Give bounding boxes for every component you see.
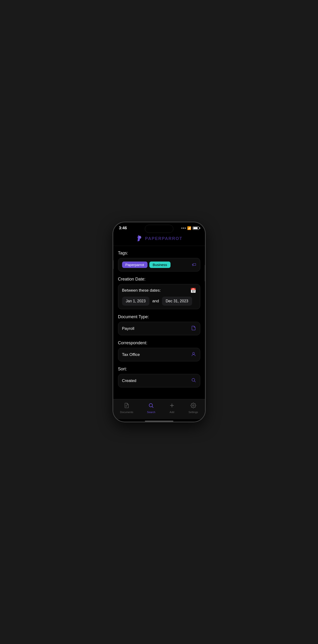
- document-type-label: Document Type:: [118, 314, 200, 320]
- app-logo: PAPERPARROT: [136, 235, 182, 242]
- date-range-row: Jan 1, 2023 and Dec 31, 2023: [122, 297, 196, 306]
- sort-row: Created: [122, 378, 196, 384]
- tags-field-container[interactable]: Paperparrot Business 🏷: [118, 258, 200, 272]
- svg-point-1: [140, 237, 140, 237]
- sort-value: Created: [122, 378, 136, 383]
- sort-search-icon: [191, 378, 196, 384]
- wifi-icon: 📶: [187, 226, 191, 230]
- correspondent-field-container[interactable]: Tax Office: [118, 348, 200, 361]
- dot3: [185, 228, 186, 228]
- correspondent-label: Correspondent:: [118, 340, 200, 346]
- battery-fill: [193, 227, 198, 229]
- correspondent-row: Tax Office: [122, 352, 196, 358]
- phone-screen: 3:46 📶: [113, 222, 205, 422]
- tag-manage-icon[interactable]: 🏷: [192, 262, 196, 267]
- side-button-volume: [113, 260, 113, 269]
- document-type-value: Payroll: [122, 326, 134, 331]
- add-nav-label: Add: [170, 411, 174, 414]
- phone-frame: 3:46 📶: [113, 222, 205, 422]
- add-icon: [169, 402, 175, 410]
- calendar-icon[interactable]: 📅: [190, 288, 196, 293]
- status-time: 3:46: [119, 226, 127, 230]
- tags-label: Tags:: [118, 251, 200, 256]
- and-text: and: [152, 299, 159, 304]
- creation-date-label: Creation Date:: [118, 277, 200, 282]
- status-icons: 📶: [182, 226, 199, 230]
- date-end[interactable]: Dec 31, 2023: [162, 297, 192, 306]
- nav-item-search[interactable]: Search: [143, 402, 159, 414]
- settings-icon: [191, 402, 196, 410]
- dot2: [183, 228, 184, 228]
- app-name-text: PAPERPARROT: [145, 236, 182, 241]
- creation-date-field-container[interactable]: Between these dates: 📅 Jan 1, 2023 and D…: [118, 284, 200, 309]
- nav-item-documents[interactable]: Documents: [116, 402, 137, 414]
- date-header-row: Between these dates: 📅: [122, 288, 196, 293]
- side-button-power: [205, 265, 205, 281]
- correspondent-person-icon: [191, 352, 196, 358]
- signal-dots: [182, 228, 186, 228]
- nav-item-settings[interactable]: Settings: [185, 402, 202, 414]
- correspondent-value: Tax Office: [122, 352, 140, 357]
- main-content: Tags: Paperparrot Business 🏷 Creation Da…: [113, 246, 205, 399]
- dot1: [182, 228, 182, 228]
- document-type-field-container[interactable]: Payroll: [118, 322, 200, 335]
- dynamic-island: [145, 225, 173, 233]
- status-bar: 3:46 📶: [113, 222, 205, 232]
- tags-row: Paperparrot Business 🏷: [122, 262, 196, 268]
- search-nav-label: Search: [147, 411, 155, 414]
- parrot-logo-icon: [136, 235, 143, 242]
- sort-label: Sort:: [118, 366, 200, 372]
- document-type-row: Payroll: [122, 325, 196, 332]
- battery-icon: [193, 226, 199, 230]
- documents-nav-label: Documents: [120, 411, 133, 414]
- home-indicator: [145, 421, 173, 422]
- sort-field-container[interactable]: Created: [118, 374, 200, 388]
- svg-point-5: [193, 405, 194, 406]
- between-dates-text: Between these dates:: [122, 288, 161, 293]
- svg-point-2: [193, 352, 195, 354]
- bottom-nav: Documents Search Add: [113, 399, 205, 419]
- tag-business[interactable]: Business: [149, 262, 171, 268]
- tags-list: Paperparrot Business: [122, 262, 171, 268]
- nav-item-add[interactable]: Add: [165, 402, 179, 414]
- documents-icon: [124, 402, 129, 410]
- document-type-icon: [191, 325, 196, 332]
- tag-paperparrot[interactable]: Paperparrot: [122, 262, 147, 268]
- search-nav-icon: [148, 402, 154, 410]
- app-header: PAPERPARROT: [113, 232, 205, 246]
- settings-nav-label: Settings: [189, 411, 198, 414]
- date-start[interactable]: Jan 1, 2023: [122, 297, 150, 306]
